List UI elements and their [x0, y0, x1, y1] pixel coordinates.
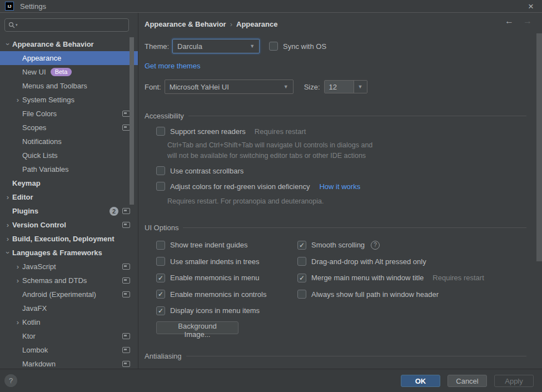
checkbox[interactable]: ✓	[297, 274, 306, 282]
sidebar-item-label: JavaFX	[22, 304, 47, 312]
sidebar-item-markdown[interactable]: Markdown	[0, 357, 138, 369]
sidebar-item-label: Ktor	[22, 332, 36, 340]
sidebar-item-path-variables[interactable]: Path Variables	[0, 162, 138, 176]
option-merge-main-menu-with-window-title[interactable]: ✓Merge main menu with window titleRequir…	[297, 270, 484, 286]
sidebar-item-lombok[interactable]: Lombok	[0, 343, 138, 357]
chevron-collapsed-icon[interactable]: ›	[3, 193, 12, 201]
font-select[interactable]: Microsoft YaHei UI ▼	[165, 80, 294, 94]
sidebar-item-label: Scopes	[22, 123, 46, 132]
sidebar-item-schemas-and-dtds[interactable]: ›Schemas and DTDs	[0, 274, 138, 287]
sidebar-item-quick-lists[interactable]: Quick Lists	[0, 148, 138, 162]
chevron-down-icon[interactable]: ▼	[354, 81, 367, 93]
sidebar-item-keymap[interactable]: Keymap	[0, 176, 138, 190]
get-more-themes-link[interactable]: Get more themes	[145, 62, 200, 70]
option-always-show-full-path-in-window-header[interactable]: Always show full path in window header	[297, 286, 484, 303]
checkbox[interactable]: ✓	[156, 306, 165, 315]
settings-content: Appearance & Behavior›Appearance ← → The…	[138, 13, 542, 369]
footer-buttons: OK Cancel Apply	[401, 375, 534, 387]
checkbox-label: Drag-and-drop with Alt pressed only	[311, 257, 426, 266]
requires-restart-note: Requires restart	[432, 274, 484, 282]
chevron-collapsed-icon[interactable]: ›	[13, 263, 22, 270]
chevron-collapsed-icon[interactable]: ›	[13, 96, 22, 103]
sidebar-item-system-settings[interactable]: ›System Settings	[0, 93, 138, 107]
font-size-value[interactable]: 12	[325, 81, 354, 93]
checkbox[interactable]	[156, 241, 165, 250]
background-image-button[interactable]: Background Image...	[156, 321, 238, 334]
option-support-screen-readers[interactable]: Support screen readers Requires restart	[156, 127, 526, 136]
theme-label: Theme:	[145, 42, 169, 51]
project-scope-icon	[122, 291, 130, 297]
checkbox-label: Show tree indent guides	[170, 241, 247, 249]
sidebar-item-label: Plugins	[12, 207, 38, 215]
font-size-combobox[interactable]: 12 ▼	[324, 80, 367, 93]
option-enable-mnemonics-in-menu[interactable]: ✓Enable mnemonics in menu	[156, 270, 266, 286]
sidebar-item-plugins[interactable]: Plugins2	[0, 204, 138, 218]
sidebar-item-javascript[interactable]: ›JavaScript	[0, 260, 138, 274]
help-icon[interactable]: ?	[371, 241, 380, 250]
chevron-collapsed-icon[interactable]: ›	[13, 277, 22, 284]
checkbox-label: Use contrast scrollbars	[170, 167, 243, 175]
sidebar-item-kotlin[interactable]: ›Kotlin	[0, 315, 138, 329]
chevron-collapsed-icon[interactable]: ›	[13, 319, 22, 326]
sidebar-item-build-execution-deployment[interactable]: ›Build, Execution, Deployment	[0, 232, 138, 246]
content-scrollbar-thumb[interactable]	[536, 33, 542, 261]
cancel-button[interactable]: Cancel	[447, 375, 487, 387]
sidebar-scrollbar-thumb[interactable]	[130, 37, 134, 205]
chevron-expanded-icon[interactable]: ›	[4, 40, 12, 49]
checkbox[interactable]	[156, 166, 165, 175]
sidebar-item-file-colors[interactable]: File Colors	[0, 107, 138, 121]
sidebar-item-javafx[interactable]: JavaFX	[0, 301, 138, 315]
sidebar-item-label: New UI	[22, 68, 46, 76]
option-adjust-colors-red-green[interactable]: Adjust colors for red-green vision defic…	[156, 182, 526, 191]
sync-with-os-label: Sync with OS	[283, 42, 326, 51]
checkbox[interactable]: ✓	[156, 274, 165, 282]
how-it-works-link[interactable]: How it works	[319, 182, 360, 191]
sidebar-item-version-control[interactable]: ›Version Control	[0, 218, 138, 232]
checkbox[interactable]: ✓	[297, 241, 306, 250]
sidebar-item-label: Lombok	[22, 346, 48, 354]
option-use-contrast-scrollbars[interactable]: Use contrast scrollbars	[156, 166, 526, 175]
ok-button[interactable]: OK	[401, 375, 440, 387]
forward-arrow-icon: →	[523, 17, 532, 26]
theme-select[interactable]: Darcula ▼	[172, 39, 260, 53]
sidebar-item-android-experimental[interactable]: Android (Experimental)	[0, 287, 138, 301]
window-titlebar: IJ Settings ×	[0, 0, 542, 13]
checkbox[interactable]	[156, 182, 165, 191]
search-input[interactable]	[18, 21, 125, 30]
sidebar-item-appearance[interactable]: Appearance	[0, 51, 138, 65]
breadcrumb-section[interactable]: Appearance & Behavior	[145, 20, 226, 28]
sidebar-item-label: Keymap	[12, 179, 41, 187]
help-icon[interactable]: ?	[4, 374, 17, 387]
chevron-collapsed-icon[interactable]: ›	[3, 221, 12, 229]
sidebar-item-notifications[interactable]: Notifications	[0, 135, 138, 148]
chevron-expanded-icon[interactable]: ›	[4, 249, 12, 257]
sync-with-os-checkbox[interactable]	[269, 42, 278, 51]
search-options-caret-icon[interactable]: ▾	[16, 23, 18, 27]
sidebar-item-new-ui[interactable]: New UIBeta	[0, 65, 138, 79]
sidebar-item-ktor[interactable]: Ktor	[0, 329, 138, 343]
option-display-icons-in-menu-items[interactable]: ✓Display icons in menu items	[156, 302, 266, 319]
close-icon[interactable]: ×	[525, 2, 537, 11]
sidebar-item-appearance-behavior[interactable]: ›Appearance & Behavior	[0, 37, 138, 51]
checkbox[interactable]	[156, 127, 165, 136]
option-drag-and-drop-with-alt-pressed-only[interactable]: Drag-and-drop with Alt pressed only	[297, 254, 484, 270]
settings-sidebar: ▾ ›Appearance & BehaviorAppearanceNew UI…	[0, 13, 138, 369]
sidebar-item-scopes[interactable]: Scopes	[0, 121, 138, 135]
option-use-smaller-indents-in-trees[interactable]: Use smaller indents in trees	[156, 254, 266, 270]
checkbox[interactable]	[297, 290, 306, 299]
chevron-collapsed-icon[interactable]: ›	[3, 235, 12, 242]
sidebar-item-languages-frameworks[interactable]: ›Languages & Frameworks	[0, 246, 138, 260]
sidebar-item-editor[interactable]: ›Editor	[0, 190, 138, 204]
chevron-down-icon: ▼	[245, 43, 255, 49]
option-enable-mnemonics-in-controls[interactable]: ✓Enable mnemonics in controls	[156, 286, 266, 303]
back-arrow-icon[interactable]: ←	[505, 17, 514, 26]
checkbox[interactable]	[297, 257, 306, 266]
checkbox[interactable]: ✓	[156, 290, 165, 299]
checkbox[interactable]	[156, 257, 165, 266]
checkbox-label: Adjust colors for red-green vision defic…	[170, 182, 310, 191]
option-smooth-scrolling[interactable]: ✓Smooth scrolling?	[297, 237, 484, 254]
settings-search-box[interactable]: ▾	[4, 18, 129, 32]
sidebar-item-label: Android (Experimental)	[22, 290, 96, 299]
sidebar-item-menus-and-toolbars[interactable]: Menus and Toolbars	[0, 79, 138, 93]
option-show-tree-indent-guides[interactable]: Show tree indent guides	[156, 237, 266, 254]
